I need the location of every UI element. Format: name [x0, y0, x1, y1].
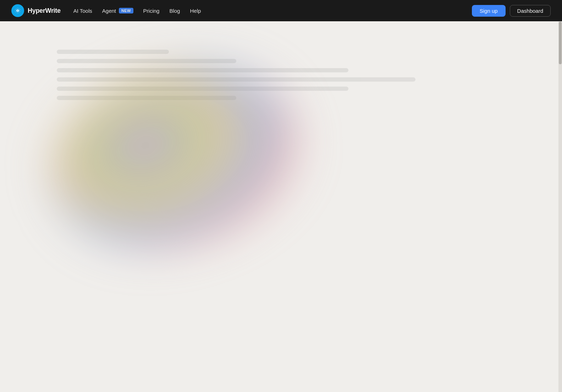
- nav-agent[interactable]: Agent NEW: [102, 8, 133, 14]
- nav-ai-tools[interactable]: AI Tools: [73, 8, 92, 14]
- bg-line-1: [57, 50, 169, 54]
- main-content: [0, 21, 562, 392]
- signup-button[interactable]: Sign up: [472, 5, 506, 17]
- navbar-left: HyperWrite AI Tools Agent NEW Pricing Bl…: [11, 4, 201, 17]
- nav-agent-label: Agent: [102, 8, 116, 14]
- bg-line-2: [57, 59, 236, 63]
- nav-help[interactable]: Help: [190, 8, 201, 14]
- nav-links: AI Tools Agent NEW Pricing Blog Help: [73, 8, 201, 14]
- scrollbar-thumb[interactable]: [559, 22, 562, 64]
- nav-pricing[interactable]: Pricing: [143, 8, 160, 14]
- navbar-right: Sign up Dashboard: [472, 5, 551, 17]
- background-text-lines: [0, 50, 562, 105]
- nav-blog[interactable]: Blog: [169, 8, 180, 14]
- dashboard-button[interactable]: Dashboard: [510, 5, 551, 17]
- logo-link[interactable]: HyperWrite: [11, 4, 61, 17]
- navbar: HyperWrite AI Tools Agent NEW Pricing Bl…: [0, 0, 562, 21]
- nav-agent-badge: NEW: [119, 8, 133, 13]
- scrollbar[interactable]: [558, 21, 562, 392]
- hyperwrite-logo-icon: [11, 4, 24, 17]
- logo-text: HyperWrite: [28, 7, 61, 15]
